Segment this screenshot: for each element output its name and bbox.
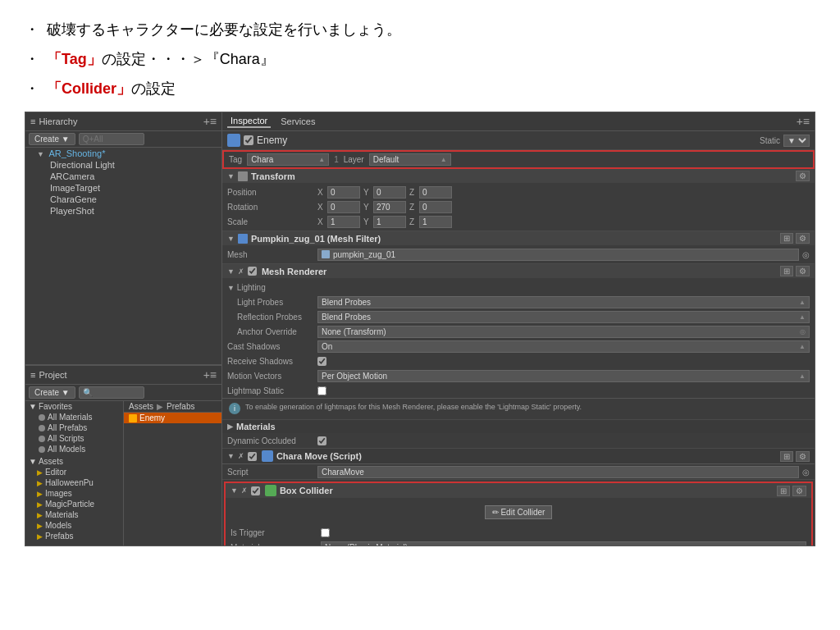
collider-icons: ⊞ ⚙ (777, 486, 806, 496)
rotation-y-input[interactable] (373, 201, 406, 213)
enemy-item[interactable]: Enemy (124, 413, 221, 423)
rotation-x-input[interactable] (327, 201, 360, 213)
folder-halloween[interactable]: ▶ HalloweenPu (25, 477, 123, 488)
layer-label: Layer (344, 155, 364, 164)
transform-title: Transform (251, 171, 792, 181)
project-create-btn[interactable]: Create ▼ (29, 386, 75, 399)
folder-images[interactable]: ▶ Images (25, 488, 123, 499)
edit-collider-row: ✏ Edit Collider (226, 500, 811, 525)
material-label: Material (231, 543, 321, 546)
folder-icon-editor: ▶ (37, 468, 43, 477)
reflection-probes-dropdown[interactable]: Blend Probes ▲ (317, 311, 810, 323)
project-item-models[interactable]: All Models (25, 444, 123, 454)
hierarchy-toolbar[interactable]: Create ▼ (25, 131, 221, 148)
project-item-prefabs[interactable]: All Prefabs (25, 422, 123, 433)
material-dropdown[interactable]: None (Physic Material) ◎ (321, 541, 806, 546)
chara-move-check-icon: ✗ (238, 452, 244, 460)
anchor-override-dropdown[interactable]: None (Transform) ◎ (317, 326, 810, 338)
materials-section: ▶ Materials Dynamic Occluded (222, 420, 815, 449)
folder-icon-mats: ▶ (37, 511, 43, 519)
mesh-filter-ref-icon[interactable]: ⊞ (780, 233, 793, 244)
project-toolbar[interactable]: Create ▼ (25, 385, 221, 401)
project-plus: +≡ (203, 368, 217, 381)
project-item-scripts[interactable]: All Scripts (25, 433, 123, 444)
collider-check-icon: ✗ (241, 486, 248, 495)
chara-move-enabled[interactable] (248, 452, 257, 461)
dynamic-occluded-checkbox[interactable] (317, 436, 326, 445)
mesh-filter-header[interactable]: ▼ Pumpkin_zug_01 (Mesh Filter) ⊞ ⚙ (222, 231, 815, 245)
mesh-renderer-title: Mesh Renderer (262, 267, 777, 276)
chara-move-header[interactable]: ▼ ✗ Chara Move (Script) ⊞ ⚙ (222, 449, 815, 464)
hierarchy-item-playershot[interactable]: PlayerShot (25, 205, 221, 217)
folder-models[interactable]: ▶ Models (25, 520, 123, 531)
chara-move-triangle: ▼ (227, 452, 235, 460)
scale-z-input[interactable] (419, 216, 452, 228)
transform-settings-icon[interactable]: ⚙ (796, 171, 810, 181)
chara-move-ref-icon[interactable]: ⊞ (780, 451, 793, 462)
edit-collider-btn[interactable]: ✏ Edit Collider (485, 505, 553, 519)
mesh-circle-btn[interactable]: ◎ (802, 250, 810, 259)
inspector-tab-active[interactable]: Inspector (227, 115, 271, 128)
tag-dropdown[interactable]: Chara ▲ (247, 153, 329, 166)
folder-icon-prefabs: ▶ (37, 532, 43, 541)
is-trigger-row: Is Trigger (226, 525, 811, 540)
script-circle-btn[interactable]: ◎ (802, 468, 810, 477)
transform-header[interactable]: ▼ Transform ⚙ (222, 169, 815, 183)
lighting-label: ▼ Lighting (227, 283, 317, 292)
hierarchy-item-imagetarget[interactable]: ImageTarget (25, 182, 221, 194)
collider-ref-icon[interactable]: ⊞ (777, 486, 790, 496)
layer-dropdown[interactable]: Default ▲ (369, 153, 451, 166)
hierarchy-item-arcamera[interactable]: ARCamera (25, 171, 221, 182)
lightmap-static-checkbox[interactable] (317, 386, 326, 395)
position-x-field: X (317, 186, 360, 199)
mesh-renderer-settings-icon[interactable]: ⚙ (796, 266, 810, 276)
inspector-panel: Inspector Services +≡ Enemy Static ▼ (222, 112, 815, 546)
project-content: Assets ▶ Prefabs Enemy (124, 401, 221, 546)
mesh-renderer-enabled[interactable] (248, 267, 257, 276)
folder-label-halloween: HalloweenPu (45, 478, 94, 487)
services-tab[interactable]: Services (277, 116, 318, 127)
hierarchy-search[interactable] (79, 133, 144, 145)
collider-settings-icon[interactable]: ⚙ (792, 486, 806, 496)
dynamic-occluded-row: Dynamic Occluded (222, 433, 815, 448)
project-item-materials[interactable]: All Materials (25, 412, 123, 422)
object-name-text: Enemy (257, 135, 756, 146)
position-x-input[interactable] (327, 186, 360, 199)
position-z-input[interactable] (419, 186, 452, 199)
position-y-input[interactable] (373, 186, 406, 199)
tag-value: Chara (251, 155, 273, 164)
is-trigger-checkbox[interactable] (321, 528, 330, 537)
object-enabled-checkbox[interactable] (244, 135, 253, 145)
mesh-filter-triangle: ▼ (227, 235, 235, 243)
hierarchy-item-directional[interactable]: Directional Light (25, 159, 221, 171)
scale-y-input[interactable] (373, 216, 406, 228)
scale-x-input[interactable] (327, 216, 360, 228)
mesh-renderer-header[interactable]: ▼ ✗ Mesh Renderer ⊞ ⚙ (222, 264, 815, 278)
hierarchy-root[interactable]: ▼ AR_Shooting* (25, 148, 221, 159)
light-probes-dropdown[interactable]: Blend Probes ▲ (317, 296, 810, 308)
folder-prefabs[interactable]: ▶ Prefabs (25, 531, 123, 541)
folder-magic[interactable]: ▶ MagicParticle (25, 499, 123, 509)
folder-mats[interactable]: ▶ Materials (25, 509, 123, 520)
main-container: 破壊するキャラクターに必要な設定を行いましょう。 「Tag」の設定・・・＞『Ch… (0, 0, 840, 546)
mesh-filter-settings-icon[interactable]: ⚙ (796, 233, 810, 244)
static-dropdown[interactable]: ▼ (783, 135, 810, 147)
rotation-z-input[interactable] (419, 201, 452, 213)
reflection-probes-row: Reflection Probes Blend Probes ▲ (222, 309, 815, 324)
scale-y-field: Y (363, 216, 406, 228)
cast-shadows-dropdown[interactable]: On ▲ (317, 340, 810, 353)
project-search[interactable] (79, 386, 144, 399)
materials-header[interactable]: ▶ Materials (222, 420, 815, 433)
hierarchy-create-btn[interactable]: Create ▼ (29, 133, 75, 145)
hierarchy-panel: ≡ Hierarchy +≡ Create ▼ ▼ AR_Shooting* D… (25, 112, 221, 365)
tag-arrow: ▲ (318, 156, 325, 163)
motion-vectors-dropdown[interactable]: Per Object Motion ▲ (317, 370, 810, 382)
box-collider-header[interactable]: ▼ ✗ Box Collider ⊞ ⚙ (226, 483, 811, 498)
chara-move-settings-icon[interactable]: ⚙ (796, 451, 810, 462)
folder-editor[interactable]: ▶ Editor (25, 467, 123, 477)
hierarchy-item-charagene[interactable]: CharaGene (25, 194, 221, 205)
receive-shadows-checkbox[interactable] (317, 357, 326, 366)
mesh-renderer-ref-icon[interactable]: ⊞ (780, 266, 793, 276)
mesh-text: pumpkin_zug_01 (333, 250, 395, 259)
collider-enabled[interactable] (251, 486, 260, 495)
